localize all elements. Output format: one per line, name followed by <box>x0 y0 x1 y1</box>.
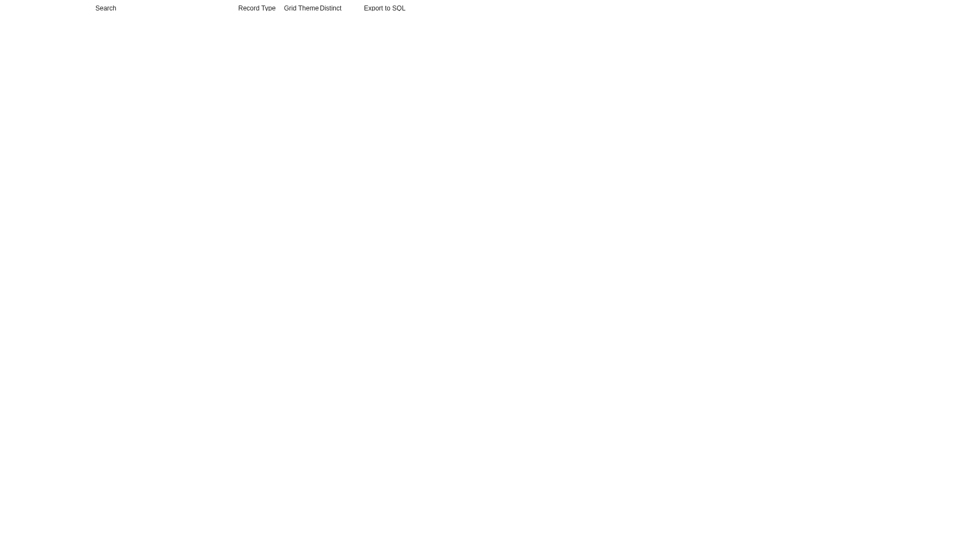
callout-label: Grid Theme <box>284 4 319 11</box>
callout-label: Search <box>95 4 116 11</box>
callout-label: Export to SQL <box>364 4 405 11</box>
callout-label: Distinct <box>320 4 341 11</box>
callout-label: Record Type <box>238 4 276 11</box>
